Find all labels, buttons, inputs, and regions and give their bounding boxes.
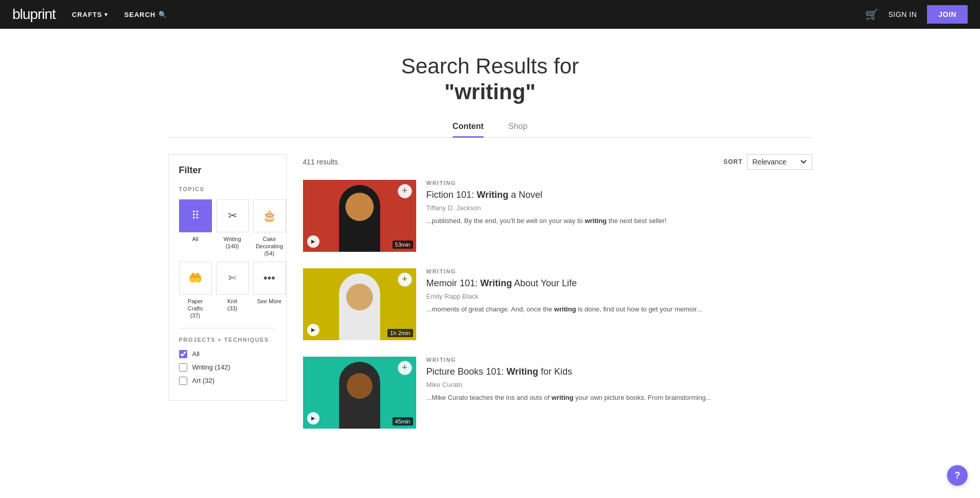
filter-divider bbox=[179, 328, 276, 328]
search-results-heading: Search Results for "writing" bbox=[168, 53, 812, 105]
thumbnail-overlay-3: 45min bbox=[303, 357, 416, 429]
results-count: 411 results bbox=[303, 158, 338, 166]
topic-more-label: See More bbox=[257, 298, 282, 305]
main-content: Search Results for "writing" Content Sho… bbox=[156, 29, 825, 445]
result-author-2: Emily Rapp Black bbox=[426, 292, 812, 300]
tab-shop[interactable]: Shop bbox=[508, 122, 527, 137]
join-button[interactable]: JOIN bbox=[927, 5, 968, 24]
result-info-2: WRITING Memoir 101: Writing About Your L… bbox=[426, 268, 812, 315]
projects-label: PROJECTS + TECHNIQUES bbox=[179, 337, 276, 343]
topic-more-icon: ••• bbox=[253, 262, 286, 294]
search-header: Search Results for "writing" bbox=[168, 29, 812, 122]
duration-badge-2: 1h 2min bbox=[387, 329, 413, 337]
results-header: 411 results SORT Relevance Newest Most P… bbox=[303, 154, 812, 170]
navbar-right: 🛒 SIGN IN JOIN bbox=[865, 5, 968, 24]
duration-badge-1: 53min bbox=[393, 241, 413, 249]
checkbox-writing-label: Writing (142) bbox=[192, 363, 230, 371]
topic-knit-label: Knit(33) bbox=[227, 298, 238, 312]
result-title-3[interactable]: Picture Books 101: Writing for Kids bbox=[426, 366, 812, 378]
result-description-1: ...published. By the end, you'll be well… bbox=[426, 216, 812, 226]
duration-badge-3: 45min bbox=[393, 417, 413, 426]
chevron-down-icon: ▾ bbox=[104, 11, 108, 18]
result-description-2: ...moments of great change. And, once th… bbox=[426, 304, 812, 315]
result-info-3: WRITING Picture Books 101: Writing for K… bbox=[426, 357, 812, 403]
result-info-1: WRITING Fiction 101: Writing a Novel Tif… bbox=[426, 180, 812, 226]
topic-cake-label: CakeDecorating(54) bbox=[256, 235, 283, 257]
navbar-left: bluprint CRAFTS ▾ SEARCH 🔍 bbox=[12, 6, 167, 23]
checkbox-art-label: Art (32) bbox=[192, 377, 215, 384]
topic-paper-label: PaperCrafts(37) bbox=[188, 298, 203, 320]
topic-writing-label: Writing(140) bbox=[223, 235, 241, 250]
topics-label: TOPICS bbox=[179, 186, 276, 192]
sign-in-button[interactable]: SIGN IN bbox=[888, 10, 917, 19]
result-category-1: WRITING bbox=[426, 180, 812, 186]
sort-select[interactable]: Relevance Newest Most Popular bbox=[747, 154, 812, 170]
search-query: "writing" bbox=[444, 80, 536, 104]
result-item: ▶ + 45min WRITING Picture Books 101: Wri… bbox=[303, 357, 812, 429]
checkbox-all-label: All bbox=[192, 350, 200, 358]
topic-knit-icon: ✄ bbox=[216, 262, 249, 294]
result-category-2: WRITING bbox=[426, 268, 812, 274]
result-thumbnail-3[interactable]: ▶ + 45min bbox=[303, 357, 416, 429]
result-category-3: WRITING bbox=[426, 357, 812, 363]
tab-content[interactable]: Content bbox=[453, 122, 484, 137]
checkbox-art-input[interactable] bbox=[179, 377, 187, 385]
topic-all-label: All bbox=[192, 235, 198, 243]
topic-see-more[interactable]: ••• See More bbox=[253, 262, 286, 320]
content-area: Filter TOPICS ⠿ All ✂ Writing(140) bbox=[168, 154, 812, 445]
cart-icon[interactable]: 🛒 bbox=[865, 8, 878, 21]
logo[interactable]: bluprint bbox=[12, 6, 56, 23]
results-area: 411 results SORT Relevance Newest Most P… bbox=[303, 154, 812, 445]
result-title-2[interactable]: Memoir 101: Writing About Your Life bbox=[426, 278, 812, 289]
topic-writing[interactable]: ✂ Writing(140) bbox=[216, 199, 249, 257]
topic-paper-icon: 🤲 bbox=[179, 262, 212, 294]
result-author-3: Mike Curato bbox=[426, 381, 812, 389]
crafts-nav[interactable]: CRAFTS ▾ bbox=[72, 11, 108, 19]
checkbox-writing-input[interactable] bbox=[179, 363, 187, 372]
checkbox-all-input[interactable] bbox=[179, 350, 187, 358]
filter-title: Filter bbox=[179, 165, 276, 176]
topic-all[interactable]: ⠿ All bbox=[179, 199, 212, 257]
result-thumbnail-1[interactable]: ▶ + 53min bbox=[303, 180, 416, 252]
search-icon: 🔍 bbox=[158, 11, 167, 19]
checkbox-art[interactable]: Art (32) bbox=[179, 377, 276, 385]
projects-section: All Writing (142) Art (32) bbox=[179, 350, 276, 385]
topic-all-icon: ⠿ bbox=[179, 199, 212, 232]
topics-grid: ⠿ All ✂ Writing(140) 🎂 CakeDecorating(54… bbox=[179, 199, 276, 320]
checkbox-writing[interactable]: Writing (142) bbox=[179, 363, 276, 372]
topic-writing-icon: ✂ bbox=[216, 199, 249, 232]
checkbox-all[interactable]: All bbox=[179, 350, 276, 358]
topic-knit[interactable]: ✄ Knit(33) bbox=[216, 262, 249, 320]
topic-cake-decorating[interactable]: 🎂 CakeDecorating(54) bbox=[253, 199, 286, 257]
search-nav[interactable]: SEARCH 🔍 bbox=[124, 11, 168, 19]
result-description-3: ...Mike Curato teaches the ins and outs … bbox=[426, 393, 812, 403]
thumbnail-overlay-1: 53min bbox=[303, 180, 416, 252]
navbar: bluprint CRAFTS ▾ SEARCH 🔍 🛒 SIGN IN JOI… bbox=[0, 0, 980, 29]
filter-panel: Filter TOPICS ⠿ All ✂ Writing(140) bbox=[168, 154, 287, 401]
result-item: ▶ + 53min WRITING Fiction 101: Writing a… bbox=[303, 180, 812, 252]
thumbnail-overlay-2: 1h 2min bbox=[303, 268, 416, 340]
result-thumbnail-2[interactable]: ▶ + 1h 2min bbox=[303, 268, 416, 340]
topic-cake-icon: 🎂 bbox=[253, 199, 286, 232]
topic-paper-crafts[interactable]: 🤲 PaperCrafts(37) bbox=[179, 262, 212, 320]
result-item: ▶ + 1h 2min WRITING Memoir 101: Writing … bbox=[303, 268, 812, 340]
sort-label: SORT bbox=[723, 158, 742, 165]
result-title-1[interactable]: Fiction 101: Writing a Novel bbox=[426, 189, 812, 201]
tabs-bar: Content Shop bbox=[168, 122, 812, 138]
result-author-1: Tiffany D. Jackson bbox=[426, 204, 812, 212]
sort-area: SORT Relevance Newest Most Popular bbox=[723, 154, 812, 170]
